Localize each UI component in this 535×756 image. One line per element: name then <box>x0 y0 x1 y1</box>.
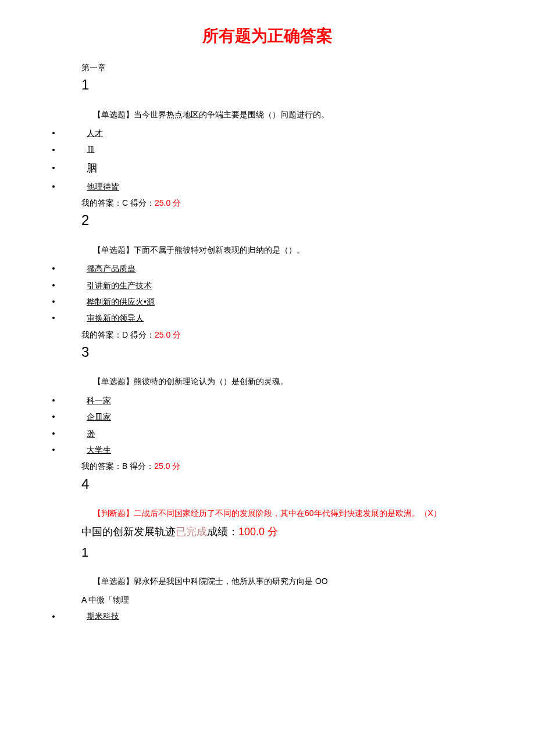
option-label: 科一家 <box>87 394 111 407</box>
bullet-icon <box>52 399 55 402</box>
bullet-icon <box>52 185 55 188</box>
answer-prefix: 我的答案：D 得分： <box>81 330 155 339</box>
answer-prefix: 我的答案：B 得分： <box>81 461 154 471</box>
q3-option-d: 大学生 <box>35 443 500 456</box>
option-label: 企皿家 <box>87 410 111 423</box>
q4-judge-text: 【判断题】二战后不同国家经历了不同的发展阶段，其中在60年代得到快速发展的是欧洲… <box>93 507 500 519</box>
chapter-label: 第一章 <box>81 61 500 74</box>
q2-option-c: 桦制新的供应火•源 <box>35 295 500 308</box>
q3-option-c: 逊 <box>35 427 500 440</box>
bullet-icon <box>52 149 55 151</box>
bullet-icon <box>52 284 55 286</box>
question-number-2: 2 <box>81 209 500 231</box>
option-label: 胭 <box>87 160 97 177</box>
bullet-icon <box>52 167 55 169</box>
bullet-icon <box>52 267 55 270</box>
s2q1-oo: OO <box>315 576 328 586</box>
question-1-text: 【单选题】当今世界热点地区的争端主要是围绕（）问题进行的。 <box>93 108 500 121</box>
score-suffix: 分 <box>170 461 180 471</box>
bullet-icon <box>52 432 55 435</box>
question-number-3: 3 <box>81 341 500 363</box>
q1-option-d: 他理待皆 <box>35 180 500 193</box>
answer-prefix: 我的答案：C 得分： <box>81 198 155 207</box>
q1-option-b: 皿 <box>35 143 500 156</box>
score-suffix: 分 <box>170 330 181 339</box>
bullet-icon <box>52 317 55 319</box>
s2-q1-text: 【单选题】郭永怀是我国中科院院士，他所从事的研究方向是 OO <box>93 575 500 587</box>
s2-q1-option-b: 期米科技 <box>35 610 500 622</box>
judge-prefix: 【判断题】二战后不同国家经历了不同的发展阶段，其中在 <box>93 508 305 518</box>
q1-answer: 我的答案：C 得分：25.0 分 <box>81 196 500 209</box>
score-value: 25.0 <box>154 461 170 471</box>
q1-option-a: 人才 <box>35 127 500 139</box>
bullet-icon <box>52 415 55 418</box>
q3-answer: 我的答案：B 得分：25.0 分 <box>81 460 500 472</box>
s2-q1-option-a: A 中微「物理 <box>81 593 500 606</box>
option-label: 引讲新的生产技术 <box>87 279 152 292</box>
option-label: 逊 <box>87 427 95 440</box>
judge-highlight: 60 <box>305 508 314 518</box>
option-label: 大学生 <box>87 443 111 456</box>
bullet-icon <box>52 132 55 134</box>
q2-option-a: 擺高产品质蛊 <box>35 262 500 275</box>
q3-option-b: 企皿家 <box>35 410 500 423</box>
option-label: 桦制新的供应火•源 <box>87 295 155 308</box>
section-status: 已完成 <box>176 526 207 538</box>
section-2-title: 中国的创新发展轨迹已完成成绩：100.0 分 <box>81 524 500 540</box>
option-label: 皿 <box>87 143 95 156</box>
question-number-1: 1 <box>81 74 500 96</box>
bullet-icon <box>52 615 55 618</box>
q2-option-d: 审换新的领导人 <box>35 311 500 324</box>
question-2-text: 【单选题】下面不属于熊彼特对创新表现的归纳的是（）。 <box>93 243 500 256</box>
question-3-text: 【单选题】熊彼特的创新理论认为（）是创新的灵魂。 <box>93 375 500 388</box>
grade-label: 成绩： <box>207 526 238 538</box>
page-title: 所有题为正确答案 <box>35 23 500 49</box>
q1-option-c: 胭 <box>35 160 500 177</box>
option-label: 期米科技 <box>87 610 119 622</box>
s2-question-number-1: 1 <box>81 542 500 562</box>
bullet-icon <box>52 300 55 303</box>
option-label: 擺高产品质蛊 <box>87 262 135 275</box>
score-value: 25.0 <box>155 330 170 339</box>
score-suffix: 分 <box>170 198 181 207</box>
question-number-4: 4 <box>81 473 500 495</box>
bullet-icon <box>52 449 55 451</box>
judge-suffix: 年代得到快速发展的是欧洲。（X） <box>314 508 441 518</box>
score-value: 25.0 <box>155 198 170 207</box>
option-label: 人才 <box>87 127 103 139</box>
grade-suffix: 分 <box>265 526 278 538</box>
q2-option-b: 引讲新的生产技术 <box>35 279 500 292</box>
section-title-prefix: 中国的创新发展轨迹 <box>81 526 176 538</box>
q2-answer: 我的答案：D 得分：25.0 分 <box>81 328 500 341</box>
option-label: 他理待皆 <box>87 180 119 193</box>
s2q1-prefix: 【单选题】郭永怀是我国中科院院士，他所从事的研究方向是 <box>93 576 313 586</box>
grade-value: 100.0 <box>238 526 265 538</box>
q3-option-a: 科一家 <box>35 394 500 407</box>
option-label: 审换新的领导人 <box>87 311 144 324</box>
